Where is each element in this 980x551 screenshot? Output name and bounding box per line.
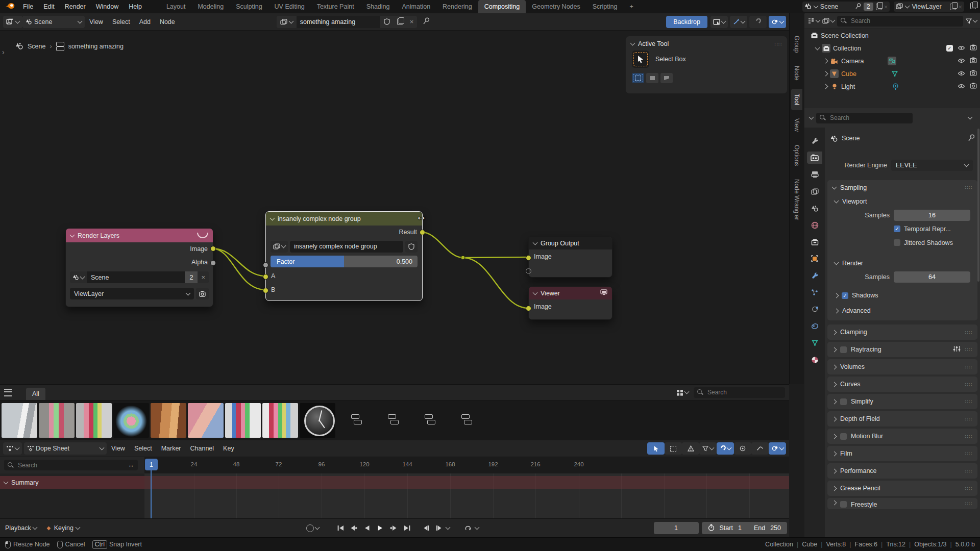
auto-key-button[interactable]: [306, 524, 319, 532]
render-samples-field[interactable]: 64: [894, 271, 970, 283]
menu-key[interactable]: Key: [218, 445, 239, 452]
drag-handle-icon[interactable]: ∷∷: [774, 41, 782, 47]
node-group-thumbnail[interactable]: [425, 414, 436, 423]
menu-render[interactable]: Render: [60, 0, 91, 13]
jump-to-start-button[interactable]: [334, 522, 347, 534]
tab-modeling[interactable]: Modeling: [191, 0, 230, 13]
preview-toggle-icon[interactable]: [197, 233, 208, 238]
tab-rendering[interactable]: Rendering: [436, 0, 478, 13]
fake-user-button[interactable]: [380, 16, 394, 28]
pin-icon[interactable]: [855, 3, 861, 11]
depth-of-field-panel[interactable]: Depth of Field ∷∷: [827, 411, 977, 427]
drag-handle-icon[interactable]: ∷∷: [965, 416, 972, 422]
select-box-tool-icon[interactable]: [632, 51, 649, 68]
expand-icon[interactable]: [823, 84, 828, 89]
render-engine-dropdown[interactable]: EEVEE: [891, 160, 973, 171]
viewlayer-selector[interactable]: ViewLayer ×: [894, 2, 964, 12]
start-value[interactable]: 1: [738, 524, 742, 532]
add-workspace-button[interactable]: +: [623, 0, 639, 13]
menu-file[interactable]: File: [18, 0, 38, 13]
tab-shading[interactable]: Shading: [360, 0, 396, 13]
curves-panel[interactable]: Curves ∷∷: [827, 377, 977, 392]
breadcrumb-scene[interactable]: Scene: [28, 43, 45, 50]
image-thumbnail[interactable]: [113, 403, 149, 438]
snapping-magnet-button[interactable]: [749, 16, 767, 28]
sampling-panel-header[interactable]: Sampling ∷∷: [827, 180, 977, 195]
editor-type-button[interactable]: [3, 442, 22, 455]
menu-window[interactable]: Window: [91, 0, 124, 13]
scene-name-field[interactable]: Scene: [87, 271, 185, 283]
drag-handle-icon[interactable]: ∷∷: [965, 468, 972, 474]
loop-icon[interactable]: [462, 522, 474, 534]
material-properties-tab[interactable]: [807, 354, 822, 366]
current-frame-badge[interactable]: 1: [145, 459, 158, 470]
drag-handle-icon[interactable]: ∷∷: [965, 347, 972, 353]
duplicate-tree-button[interactable]: [394, 16, 406, 28]
socket-image-out[interactable]: [210, 246, 216, 252]
play-button[interactable]: [374, 522, 386, 534]
collection-properties-tab[interactable]: [807, 236, 822, 248]
channel-search-input[interactable]: [17, 461, 125, 469]
hide-eye-icon[interactable]: [958, 83, 965, 90]
collection-checkbox[interactable]: ✓: [946, 45, 953, 52]
end-value[interactable]: 250: [770, 524, 781, 532]
socket-image-in[interactable]: [526, 255, 531, 261]
factor-slider[interactable]: Factor 0.500: [271, 256, 418, 267]
keying-menu[interactable]: Keying: [46, 524, 80, 532]
new-viewlayer-icon[interactable]: [950, 4, 955, 10]
menu-view[interactable]: View: [107, 445, 130, 452]
play-reverse-button[interactable]: [361, 522, 373, 534]
node-tree-name-field[interactable]: something amazing: [297, 16, 380, 28]
outliner-search-input[interactable]: [850, 17, 960, 25]
image-strip-search[interactable]: [694, 387, 785, 398]
drag-handle-icon[interactable]: ∷∷: [965, 330, 972, 335]
drag-handle-icon[interactable]: ∷∷: [965, 486, 972, 491]
image-thumbnail[interactable]: [2, 403, 37, 438]
hide-eye-icon[interactable]: [958, 58, 965, 65]
summary-keyframe-band[interactable]: [144, 476, 789, 489]
all-tab[interactable]: All: [26, 388, 45, 400]
socket-result-out[interactable]: [420, 230, 425, 235]
select-mode-extend-button[interactable]: [646, 73, 658, 83]
show-hidden-button[interactable]: [665, 442, 682, 455]
unlink-scene-icon[interactable]: ×: [884, 3, 888, 11]
drag-handle-icon[interactable]: ∷∷: [965, 451, 972, 457]
drag-handle-icon[interactable]: ∷∷: [965, 185, 972, 190]
new-scene-icon[interactable]: [876, 4, 881, 10]
simplify-panel[interactable]: Simplify ∷∷: [827, 394, 977, 409]
select-mode-subtract-button[interactable]: [660, 73, 673, 83]
menu-edit[interactable]: Edit: [38, 0, 60, 13]
shadows-subpanel-header[interactable]: ✓ Shadows: [827, 289, 977, 302]
tab-compositing[interactable]: Compositing: [478, 0, 526, 13]
scene-properties-tab[interactable]: [807, 202, 822, 214]
falloff-curve-button[interactable]: [751, 442, 769, 455]
viewer-node[interactable]: Viewer Image: [528, 286, 612, 320]
next-keyframe-button[interactable]: [387, 522, 400, 534]
outliner-display-mode-button[interactable]: [807, 18, 820, 24]
sidebar-tab-node-wrangler[interactable]: Node Wrangler: [791, 174, 802, 225]
node-group-thumbnail[interactable]: [351, 414, 362, 423]
expand-icon[interactable]: [815, 45, 820, 50]
extensions-icon[interactable]: [970, 3, 976, 11]
image-strip-search-input[interactable]: [706, 388, 781, 396]
temporal-checkbox[interactable]: ✓: [894, 226, 900, 232]
only-selected-button[interactable]: [647, 442, 665, 455]
socket-image-in[interactable]: [526, 306, 531, 311]
context-scene-label[interactable]: Scene: [842, 135, 860, 142]
world-properties-tab[interactable]: [807, 219, 822, 231]
outliner-scope-button[interactable]: [822, 18, 835, 24]
hide-eye-icon[interactable]: [958, 45, 965, 52]
viewport-samples-field[interactable]: 16: [894, 210, 970, 221]
jump-to-end-button[interactable]: [401, 522, 413, 534]
render-visibility-icon[interactable]: [970, 44, 977, 52]
prev-frame-button[interactable]: [420, 522, 432, 534]
fake-user-button[interactable]: [405, 241, 418, 253]
drag-handle-icon[interactable]: ∷∷: [965, 364, 972, 370]
render-visibility-icon[interactable]: [970, 83, 977, 90]
clamping-panel[interactable]: Clamping ∷∷: [827, 324, 977, 340]
menu-node[interactable]: Node: [155, 18, 180, 26]
constraints-properties-tab[interactable]: [807, 320, 822, 332]
tab-geometry-nodes[interactable]: Geometry Nodes: [526, 0, 586, 13]
scene-users-count[interactable]: 2: [185, 271, 198, 283]
viewlayer-properties-tab[interactable]: [807, 185, 822, 197]
